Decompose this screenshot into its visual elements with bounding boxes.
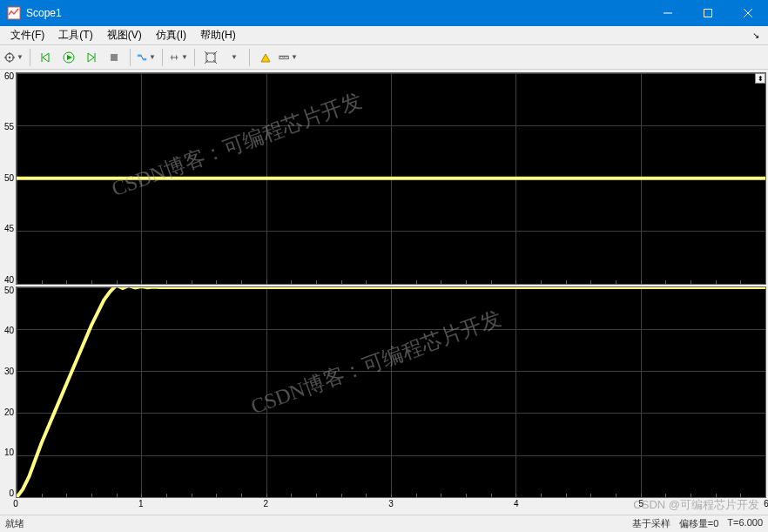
menu-tools[interactable]: 工具(T): [51, 26, 99, 44]
run-button[interactable]: [58, 47, 79, 68]
svg-rect-2: [704, 10, 712, 17]
svg-marker-14: [67, 55, 72, 60]
statusbar: 就绪 基于采样 偏移量=0 T=6.000: [0, 515, 768, 532]
ytick-label: 20: [4, 408, 14, 417]
menu-file[interactable]: 文件(F): [3, 26, 51, 44]
window-title: Scope1: [26, 7, 648, 19]
ytick-label: 55: [4, 123, 14, 131]
xtick-label: 4: [514, 499, 519, 508]
ytick-label: 50: [4, 286, 14, 295]
svg-point-6: [9, 56, 11, 58]
svg-marker-29: [261, 54, 270, 62]
gear-icon: [4, 51, 15, 64]
step-forward-icon: [85, 51, 98, 64]
signal-select-icon: [137, 51, 147, 64]
yaxis-1: 4045505560: [2, 72, 16, 285]
maximize-button[interactable]: [688, 0, 728, 26]
stop-icon: [108, 51, 120, 64]
ytick-label: 10: [4, 448, 14, 457]
xtick-label: 3: [388, 499, 394, 508]
ytick-label: 50: [4, 174, 14, 183]
autoscale-icon: [205, 51, 217, 64]
xtick-label: 6: [764, 499, 768, 508]
ytick-label: 40: [4, 327, 14, 335]
svg-rect-18: [138, 54, 141, 57]
ytick-label: 60: [4, 72, 14, 81]
signal-line: [17, 287, 765, 498]
svg-rect-19: [143, 57, 146, 60]
yaxis-2: 01020304050: [2, 286, 16, 499]
settings-button[interactable]: ▼: [3, 47, 24, 68]
autoscale-button[interactable]: [200, 47, 221, 68]
menu-collapse-icon[interactable]: ↘: [747, 29, 765, 42]
canvas-1[interactable]: ⬍: [16, 72, 766, 285]
subplot-2: 01020304050: [2, 286, 766, 499]
status-offset: 偏移量=0: [679, 517, 719, 530]
xtick-label: 1: [138, 499, 144, 508]
triangle-icon: [259, 51, 272, 64]
titlebar: Scope1: [0, 0, 768, 26]
highlight-button[interactable]: [255, 47, 276, 68]
ytick-label: 45: [4, 225, 14, 233]
stop-button[interactable]: [104, 47, 125, 68]
subplot-1: 4045505560 ⬍: [2, 72, 766, 285]
menubar: 文件(F) 工具(T) 视图(V) 仿真(I) 帮助(H) ↘: [0, 26, 768, 45]
plot-area: 4045505560 ⬍ 01020304050 0123456 CSDN博客：…: [0, 70, 768, 515]
xtick-label: 2: [264, 499, 269, 508]
toolbar: ▼ ▼ ▼ ▼ ▼: [0, 45, 768, 70]
svg-marker-15: [88, 53, 94, 62]
svg-line-20: [141, 55, 143, 58]
cursor-button[interactable]: ▼: [168, 47, 189, 68]
step-forward-button[interactable]: [81, 47, 102, 68]
ytick-label: 0: [9, 489, 14, 498]
xaxis-row: 0123456: [2, 499, 766, 513]
step-back-button[interactable]: [36, 47, 57, 68]
ytick-label: 30: [4, 367, 14, 376]
menu-view[interactable]: 视图(V): [100, 26, 149, 44]
xtick-label: 5: [639, 499, 644, 508]
status-sample: 基于采样: [632, 517, 670, 530]
status-ready: 就绪: [5, 517, 632, 530]
svg-marker-11: [43, 53, 49, 62]
step-back-icon: [40, 51, 52, 64]
zoom-dropdown-button[interactable]: ▼: [223, 47, 244, 68]
ytick-label: 40: [4, 276, 14, 285]
status-time: T=6.000: [727, 517, 763, 530]
xtick-label: 0: [13, 499, 18, 508]
close-button[interactable]: [728, 0, 768, 26]
app-icon: [7, 6, 21, 20]
play-icon: [63, 51, 75, 64]
minimize-button[interactable]: [648, 0, 688, 26]
zoom-toggle-icon[interactable]: ⬍: [755, 73, 765, 84]
menu-simulation[interactable]: 仿真(I): [149, 26, 193, 44]
xaxis: 0123456: [16, 499, 766, 513]
canvas-2[interactable]: [16, 286, 766, 499]
menu-help[interactable]: 帮助(H): [193, 26, 243, 44]
svg-rect-17: [111, 54, 118, 61]
ruler-icon: [279, 51, 289, 64]
measure-button[interactable]: ▼: [278, 47, 299, 68]
cursor-icon: [169, 51, 179, 64]
signal-selector-button[interactable]: ▼: [136, 47, 157, 68]
